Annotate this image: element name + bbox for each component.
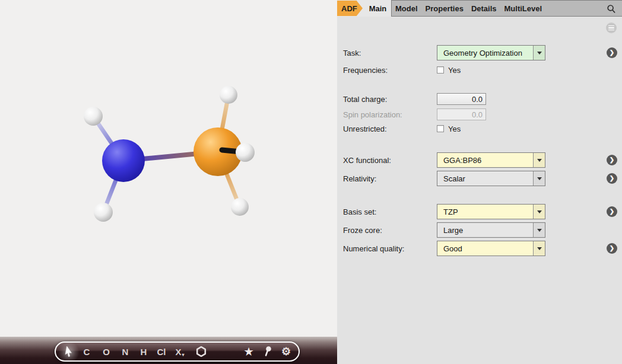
- task-dropdown[interactable]: Geometry Optimization: [437, 45, 545, 60]
- tab-main[interactable]: Main: [364, 0, 391, 17]
- wand-icon: [263, 346, 272, 357]
- xc-functional-row: XC functional: GGA:BP86: [343, 152, 545, 168]
- xc-functional-dropdown-arrow[interactable]: [533, 153, 545, 167]
- frozen-core-row: Froze core: Large: [343, 222, 545, 238]
- tab-details[interactable]: Details: [471, 4, 497, 13]
- atom-H[interactable]: [231, 198, 249, 216]
- unrestricted-checkbox-label: Yes: [448, 124, 461, 133]
- element-label: H: [141, 347, 147, 357]
- numerical-quality-dropdown-arrow[interactable]: [533, 241, 545, 256]
- relativity-row: Relativity: Scalar: [343, 171, 545, 186]
- adf-menu-button[interactable]: ADF: [337, 1, 363, 16]
- element-button-h[interactable]: H: [141, 343, 147, 360]
- molecule-viewport[interactable]: C O N H Cl X ▾ ★: [0, 0, 337, 364]
- spin-polarization-row: Spin polarization:: [343, 107, 486, 122]
- element-button-n[interactable]: N: [122, 343, 129, 360]
- element-label: C: [84, 347, 90, 357]
- frequencies-label: Frequencies:: [343, 66, 437, 75]
- unrestricted-checkbox[interactable]: [437, 125, 444, 132]
- chevron-right-icon: ❯: [610, 50, 614, 56]
- basis-set-dropdown-value: TZP: [437, 205, 533, 219]
- hamburger-icon: [608, 30, 614, 31]
- numerical-quality-dropdown[interactable]: Good: [437, 241, 545, 256]
- chevron-right-icon: ❯: [610, 209, 614, 215]
- total-charge-row: Total charge:: [343, 91, 486, 107]
- chevron-right-icon: ❯: [610, 245, 614, 251]
- atom-N[interactable]: [102, 139, 145, 182]
- task-label: Task:: [343, 49, 437, 58]
- caret-down-icon: [537, 247, 542, 250]
- structures-tool-button[interactable]: ★: [244, 343, 253, 360]
- relativity-dropdown[interactable]: Scalar: [437, 171, 545, 186]
- frozen-core-dropdown-arrow[interactable]: [533, 223, 545, 237]
- atom-H[interactable]: [84, 107, 103, 126]
- atom-H[interactable]: [236, 143, 255, 162]
- basis-set-label: Basis set:: [343, 207, 437, 216]
- xc-functional-dropdown[interactable]: GGA:BP86: [437, 152, 545, 168]
- element-button-cl[interactable]: Cl: [157, 343, 166, 360]
- basis-set-dropdown-arrow[interactable]: [533, 205, 545, 219]
- tab-multilevel[interactable]: MultiLevel: [504, 4, 542, 13]
- spin-polarization-label: Spin polarization:: [343, 110, 437, 119]
- tab-model[interactable]: Model: [395, 4, 418, 13]
- task-dropdown-arrow[interactable]: [533, 46, 545, 60]
- task-detail-button[interactable]: ❯: [607, 47, 617, 58]
- element-button-o[interactable]: O: [103, 343, 110, 360]
- chevron-right-icon: ❯: [610, 175, 614, 181]
- caret-down-icon: [537, 177, 542, 180]
- xc-functional-dropdown-value: GGA:BP86: [437, 153, 533, 167]
- star-icon: ★: [244, 346, 253, 358]
- caret-down-icon: [537, 52, 542, 55]
- caret-down-icon: [537, 159, 542, 162]
- tab-properties[interactable]: Properties: [426, 4, 464, 13]
- frequencies-checkbox[interactable]: [437, 66, 444, 74]
- element-button-c[interactable]: C: [84, 343, 90, 360]
- total-charge-input[interactable]: [437, 93, 486, 105]
- basis-set-detail-button[interactable]: ❯: [607, 206, 617, 217]
- basis-set-dropdown[interactable]: TZP: [437, 204, 545, 219]
- numerical-quality-label: Numerical quality:: [343, 244, 437, 253]
- input-panel: ADF Main Model Properties Details MultiL…: [337, 0, 622, 364]
- chevron-right-icon: ❯: [610, 157, 614, 163]
- element-button-x-picker[interactable]: X ▾: [175, 343, 184, 360]
- tab-main-label: Main: [369, 4, 387, 13]
- frozen-core-label: Froze core:: [343, 226, 437, 235]
- atom-toolbar: C O N H Cl X ▾ ★: [55, 341, 300, 362]
- search-button[interactable]: [605, 3, 617, 15]
- element-label: N: [122, 347, 129, 357]
- numerical-quality-detail-button[interactable]: ❯: [607, 243, 617, 254]
- settings-tool-button[interactable]: ⚙: [281, 343, 291, 360]
- unrestricted-label: Unrestricted:: [343, 124, 437, 133]
- caret-down-icon: [537, 210, 542, 213]
- relativity-label: Relativity:: [343, 174, 437, 183]
- frozen-core-dropdown-value: Large: [437, 223, 533, 237]
- task-dropdown-value: Geometry Optimization: [437, 46, 533, 60]
- basis-set-row: Basis set: TZP: [343, 204, 545, 219]
- frequencies-row: Frequencies: Yes: [343, 66, 461, 74]
- select-tool-button[interactable]: [64, 343, 72, 360]
- element-label: O: [103, 347, 110, 357]
- total-charge-label: Total charge:: [343, 95, 437, 104]
- xc-functional-detail-button[interactable]: ❯: [607, 155, 617, 165]
- numerical-quality-dropdown-value: Good: [437, 241, 533, 256]
- xc-functional-label: XC functional:: [343, 156, 437, 165]
- frequencies-checkbox-label: Yes: [448, 66, 461, 75]
- molecule-3d-render[interactable]: [0, 0, 337, 337]
- unrestricted-row: Unrestricted: Yes: [343, 124, 461, 133]
- ring-icon: [195, 346, 207, 357]
- relativity-dropdown-arrow[interactable]: [533, 171, 545, 186]
- spin-polarization-input: [437, 108, 486, 120]
- cursor-icon: [64, 346, 72, 357]
- relativity-detail-button[interactable]: ❯: [607, 173, 617, 184]
- caret-down-icon: ▾: [182, 352, 185, 357]
- ring-tool-button[interactable]: [195, 343, 207, 360]
- panel-menu-button[interactable]: [606, 23, 617, 33]
- caret-down-icon: [537, 229, 542, 232]
- hamburger-icon: [608, 27, 614, 28]
- atom-H[interactable]: [94, 203, 113, 222]
- element-label: Cl: [157, 347, 166, 357]
- wand-tool-button[interactable]: [263, 343, 272, 360]
- element-label: X: [175, 347, 181, 357]
- frozen-core-dropdown[interactable]: Large: [437, 222, 545, 238]
- atom-H[interactable]: [220, 86, 237, 104]
